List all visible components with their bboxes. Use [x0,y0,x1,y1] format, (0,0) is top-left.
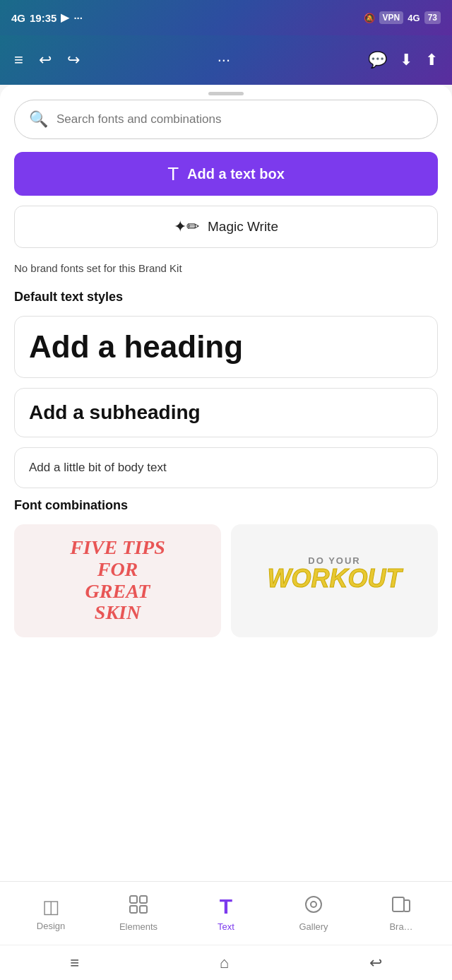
toolbar: ≡ ↩ ↪ ··· 💬 ⬇ ⬆ [0,35,452,85]
handle-bar [208,92,244,95]
share-icon[interactable]: ⬆ [425,51,438,69]
combo-card-1-text: FIVE TIPS FOR GREAT SKIN [66,537,170,624]
elements-icon [129,895,148,919]
text-icon: T [220,895,232,919]
default-styles-title: Default text styles [14,290,438,305]
add-heading-card[interactable]: Add a heading [14,316,438,378]
nav-item-text[interactable]: T Text [201,895,251,932]
heading-label: Add a heading [29,329,243,364]
android-home-btn[interactable]: ⌂ [220,954,229,972]
nav-item-gallery[interactable]: Gallery [289,895,338,932]
gallery-icon [304,895,323,919]
elements-label: Elements [119,921,157,932]
signal-right-icon: 4G [408,13,420,23]
body-label: Add a little bit of body text [29,461,167,474]
svg-rect-2 [130,906,137,913]
mute-icon: 🔕 [364,13,375,23]
svg-rect-6 [393,897,404,911]
add-body-card[interactable]: Add a little bit of body text [14,447,438,488]
svg-rect-7 [404,900,410,911]
toolbar-center: ··· [218,51,230,69]
font-combo-card-2[interactable]: DO YOUR WORKOUT [231,524,438,637]
add-textbox-label: Add a text box [187,166,285,182]
brand-notice: No brand fonts set for this Brand Kit [14,262,438,274]
nav-item-design[interactable]: ◫ Design [26,896,76,931]
android-nav: ≡ ⌂ ↩ [0,945,452,980]
toolbar-left: ≡ ↩ ↪ [14,51,80,69]
nav-item-elements[interactable]: Elements [114,895,163,932]
more-status-icon: ··· [73,12,83,24]
search-bar[interactable]: 🔍 [14,100,438,139]
brand-icon [391,895,411,919]
font-combinations-title: Font combinations [14,498,438,513]
bottom-nav: ◫ Design Elements T Text Gallery [0,881,452,945]
gallery-label: Gallery [299,921,328,932]
combo-card-2-text: DO YOUR WORKOUT [242,555,428,591]
main-panel: 🔍 T Add a text box ✦✏ Magic Write No bra… [0,100,452,947]
search-icon: 🔍 [29,110,48,129]
status-left: 4G 19:35 ▶ ··· [11,11,83,24]
svg-point-5 [311,902,316,907]
status-right: 🔕 VPN 4G 73 [364,11,441,24]
font-combinations-section: Font combinations FIVE TIPS FOR GREAT SK… [14,498,438,637]
time: 19:35 [30,12,56,24]
design-icon: ◫ [42,896,60,918]
magic-write-label: Magic Write [208,219,278,235]
undo-icon[interactable]: ↩ [39,51,52,69]
add-textbox-button[interactable]: T Add a text box [14,152,438,196]
toolbar-right: 💬 ⬇ ⬆ [368,51,438,69]
download-icon[interactable]: ⬇ [400,51,412,69]
vpn-badge: VPN [379,11,404,24]
status-bar: 4G 19:35 ▶ ··· 🔕 VPN 4G 73 [0,0,452,35]
svg-point-4 [306,897,321,912]
menu-icon[interactable]: ≡ [14,51,23,69]
battery-badge: 73 [424,11,441,24]
record-icon: ▶ [61,11,69,24]
signal-icon: 4G [11,12,25,24]
more-options-icon[interactable]: ··· [218,51,230,69]
android-menu-btn[interactable]: ≡ [70,954,79,972]
svg-rect-0 [130,896,137,903]
svg-rect-3 [140,906,147,913]
redo-icon[interactable]: ↪ [67,51,80,69]
magic-write-icon: ✦✏ [174,218,199,236]
text-label: Text [218,921,234,932]
drawer-handle [0,85,452,100]
subheading-label: Add a subheading [29,401,201,423]
comment-icon[interactable]: 💬 [368,51,387,69]
magic-write-button[interactable]: ✦✏ Magic Write [14,206,438,248]
brand-label: Bra… [389,921,412,932]
textbox-icon: T [167,163,179,185]
font-combo-card-1[interactable]: FIVE TIPS FOR GREAT SKIN [14,524,221,637]
design-label: Design [37,921,65,931]
svg-rect-1 [140,896,147,903]
android-back-btn[interactable]: ↩ [369,954,382,972]
add-subheading-card[interactable]: Add a subheading [14,388,438,437]
font-combo-grid: FIVE TIPS FOR GREAT SKIN DO YOUR WORKOUT [14,524,438,637]
nav-item-brand[interactable]: Bra… [376,895,426,932]
search-input[interactable] [56,112,423,126]
